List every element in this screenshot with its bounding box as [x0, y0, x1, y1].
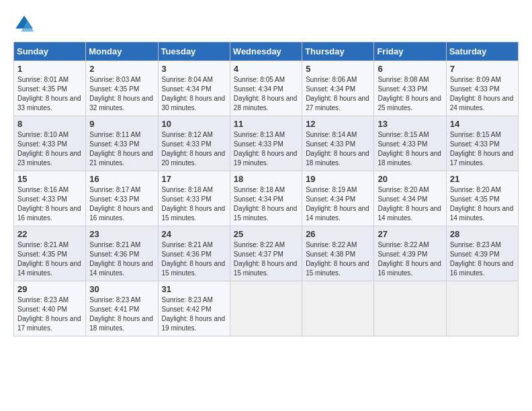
day-detail: Sunrise: 8:04 AMSunset: 4:34 PMDaylight:…	[162, 76, 226, 111]
day-detail: Sunrise: 8:18 AMSunset: 4:34 PMDaylight:…	[234, 186, 298, 222]
day-cell: 22 Sunrise: 8:21 AMSunset: 4:35 PMDaylig…	[14, 226, 86, 281]
col-header-wednesday: Wednesday	[230, 42, 302, 61]
week-row-2: 8 Sunrise: 8:10 AMSunset: 4:33 PMDayligh…	[14, 116, 519, 171]
col-header-monday: Monday	[86, 42, 158, 61]
col-header-saturday: Saturday	[446, 42, 518, 61]
day-cell: 5 Sunrise: 8:06 AMSunset: 4:34 PMDayligh…	[302, 61, 374, 116]
logo-icon	[13, 13, 35, 35]
day-cell: 21 Sunrise: 8:20 AMSunset: 4:35 PMDaylig…	[446, 171, 518, 226]
day-detail: Sunrise: 8:15 AMSunset: 4:33 PMDaylight:…	[378, 131, 441, 167]
day-detail: Sunrise: 8:18 AMSunset: 4:33 PMDaylight:…	[162, 186, 226, 222]
day-number: 7	[450, 64, 515, 74]
day-cell	[446, 281, 518, 336]
day-detail: Sunrise: 8:17 AMSunset: 4:33 PMDaylight:…	[89, 186, 153, 222]
day-cell: 7 Sunrise: 8:09 AMSunset: 4:33 PMDayligh…	[446, 61, 518, 116]
week-row-5: 29 Sunrise: 8:23 AMSunset: 4:40 PMDaylig…	[14, 281, 519, 336]
day-cell: 6 Sunrise: 8:08 AMSunset: 4:33 PMDayligh…	[374, 61, 446, 116]
day-cell: 18 Sunrise: 8:18 AMSunset: 4:34 PMDaylig…	[230, 171, 302, 226]
day-detail: Sunrise: 8:12 AMSunset: 4:33 PMDaylight:…	[162, 131, 226, 167]
day-cell: 2 Sunrise: 8:03 AMSunset: 4:35 PMDayligh…	[86, 61, 158, 116]
day-cell: 11 Sunrise: 8:13 AMSunset: 4:33 PMDaylig…	[230, 116, 302, 171]
header-row: SundayMondayTuesdayWednesdayThursdayFrid…	[14, 42, 519, 61]
day-cell: 25 Sunrise: 8:22 AMSunset: 4:37 PMDaylig…	[230, 226, 302, 281]
day-detail: Sunrise: 8:23 AMSunset: 4:40 PMDaylight:…	[17, 296, 81, 332]
day-detail: Sunrise: 8:23 AMSunset: 4:39 PMDaylight:…	[450, 241, 514, 277]
day-number: 26	[306, 229, 370, 239]
day-number: 1	[17, 64, 82, 74]
day-number: 18	[234, 174, 298, 184]
day-detail: Sunrise: 8:21 AMSunset: 4:36 PMDaylight:…	[89, 241, 153, 277]
day-cell: 14 Sunrise: 8:15 AMSunset: 4:33 PMDaylig…	[446, 116, 518, 171]
day-cell: 10 Sunrise: 8:12 AMSunset: 4:33 PMDaylig…	[158, 116, 230, 171]
day-number: 22	[17, 229, 82, 239]
day-number: 3	[162, 64, 226, 74]
day-detail: Sunrise: 8:19 AMSunset: 4:34 PMDaylight:…	[306, 186, 369, 222]
day-cell: 9 Sunrise: 8:11 AMSunset: 4:33 PMDayligh…	[86, 116, 158, 171]
day-detail: Sunrise: 8:10 AMSunset: 4:33 PMDaylight:…	[17, 131, 81, 167]
day-detail: Sunrise: 8:06 AMSunset: 4:34 PMDaylight:…	[306, 76, 369, 111]
day-detail: Sunrise: 8:03 AMSunset: 4:35 PMDaylight:…	[89, 76, 153, 111]
col-header-thursday: Thursday	[302, 42, 374, 61]
day-number: 13	[378, 119, 442, 129]
day-number: 25	[234, 229, 298, 239]
day-number: 14	[450, 119, 515, 129]
day-cell: 17 Sunrise: 8:18 AMSunset: 4:33 PMDaylig…	[158, 171, 230, 226]
day-cell: 4 Sunrise: 8:05 AMSunset: 4:34 PMDayligh…	[230, 61, 302, 116]
day-detail: Sunrise: 8:20 AMSunset: 4:35 PMDaylight:…	[450, 186, 514, 222]
day-cell: 1 Sunrise: 8:01 AMSunset: 4:35 PMDayligh…	[14, 61, 86, 116]
week-row-3: 15 Sunrise: 8:16 AMSunset: 4:33 PMDaylig…	[14, 171, 519, 226]
day-detail: Sunrise: 8:21 AMSunset: 4:36 PMDaylight:…	[162, 241, 226, 277]
day-number: 5	[306, 64, 370, 74]
day-detail: Sunrise: 8:23 AMSunset: 4:42 PMDaylight:…	[162, 296, 226, 332]
day-number: 28	[450, 229, 515, 239]
day-number: 17	[162, 174, 226, 184]
day-detail: Sunrise: 8:23 AMSunset: 4:41 PMDaylight:…	[89, 296, 153, 332]
day-cell: 8 Sunrise: 8:10 AMSunset: 4:33 PMDayligh…	[14, 116, 86, 171]
day-number: 31	[162, 284, 226, 294]
day-number: 29	[17, 284, 82, 294]
day-cell: 27 Sunrise: 8:22 AMSunset: 4:39 PMDaylig…	[374, 226, 446, 281]
day-cell: 13 Sunrise: 8:15 AMSunset: 4:33 PMDaylig…	[374, 116, 446, 171]
day-cell	[374, 281, 446, 336]
col-header-tuesday: Tuesday	[158, 42, 230, 61]
calendar-table: SundayMondayTuesdayWednesdayThursdayFrid…	[13, 42, 519, 336]
day-number: 11	[234, 119, 298, 129]
day-cell: 3 Sunrise: 8:04 AMSunset: 4:34 PMDayligh…	[158, 61, 230, 116]
day-number: 24	[162, 229, 226, 239]
page-header	[13, 13, 519, 35]
day-number: 19	[306, 174, 370, 184]
day-number: 2	[89, 64, 154, 74]
day-detail: Sunrise: 8:22 AMSunset: 4:37 PMDaylight:…	[234, 241, 298, 277]
day-number: 23	[89, 229, 154, 239]
day-number: 9	[89, 119, 154, 129]
day-detail: Sunrise: 8:15 AMSunset: 4:33 PMDaylight:…	[450, 131, 514, 167]
day-cell: 19 Sunrise: 8:19 AMSunset: 4:34 PMDaylig…	[302, 171, 374, 226]
day-detail: Sunrise: 8:20 AMSunset: 4:34 PMDaylight:…	[378, 186, 441, 222]
day-cell	[302, 281, 374, 336]
day-number: 10	[162, 119, 226, 129]
day-detail: Sunrise: 8:09 AMSunset: 4:33 PMDaylight:…	[450, 76, 514, 111]
logo	[13, 13, 38, 35]
day-number: 8	[17, 119, 82, 129]
day-number: 16	[89, 174, 154, 184]
day-number: 27	[378, 229, 442, 239]
col-header-friday: Friday	[374, 42, 446, 61]
day-cell: 26 Sunrise: 8:22 AMSunset: 4:38 PMDaylig…	[302, 226, 374, 281]
day-number: 30	[89, 284, 154, 294]
day-cell: 16 Sunrise: 8:17 AMSunset: 4:33 PMDaylig…	[86, 171, 158, 226]
col-header-sunday: Sunday	[14, 42, 86, 61]
day-detail: Sunrise: 8:01 AMSunset: 4:35 PMDaylight:…	[17, 76, 81, 111]
day-cell: 24 Sunrise: 8:21 AMSunset: 4:36 PMDaylig…	[158, 226, 230, 281]
day-detail: Sunrise: 8:11 AMSunset: 4:33 PMDaylight:…	[89, 131, 153, 167]
week-row-4: 22 Sunrise: 8:21 AMSunset: 4:35 PMDaylig…	[14, 226, 519, 281]
day-detail: Sunrise: 8:21 AMSunset: 4:35 PMDaylight:…	[17, 241, 81, 277]
day-detail: Sunrise: 8:22 AMSunset: 4:39 PMDaylight:…	[378, 241, 441, 277]
day-detail: Sunrise: 8:16 AMSunset: 4:33 PMDaylight:…	[17, 186, 81, 222]
day-cell	[230, 281, 302, 336]
day-cell: 29 Sunrise: 8:23 AMSunset: 4:40 PMDaylig…	[14, 281, 86, 336]
day-detail: Sunrise: 8:08 AMSunset: 4:33 PMDaylight:…	[378, 76, 441, 111]
day-detail: Sunrise: 8:22 AMSunset: 4:38 PMDaylight:…	[306, 241, 369, 277]
day-number: 12	[306, 119, 370, 129]
day-cell: 15 Sunrise: 8:16 AMSunset: 4:33 PMDaylig…	[14, 171, 86, 226]
day-cell: 12 Sunrise: 8:14 AMSunset: 4:33 PMDaylig…	[302, 116, 374, 171]
